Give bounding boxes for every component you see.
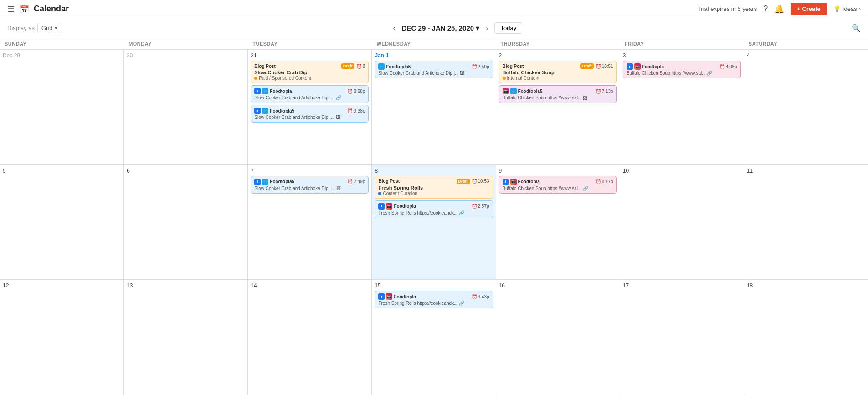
- day-number: 10: [623, 168, 741, 174]
- event-card[interactable]: f📷Foodtopla⏰ 4:05pBuffalo Chicken Soup h…: [623, 61, 741, 78]
- day-cell[interactable]: 5: [0, 165, 124, 280]
- toolbar-right: 🔍: [852, 24, 861, 32]
- date-range[interactable]: DEC 29 - JAN 25, 2020 ▾: [402, 24, 479, 32]
- event-source-label: Foodtopla: [642, 64, 664, 69]
- event-body: Slow Cooker Crab and Artichoke Dip |... …: [254, 95, 365, 100]
- day-cell[interactable]: 4: [744, 50, 868, 164]
- event-body: Fresh Spring Rolls https://cookieandk...…: [378, 301, 489, 306]
- clock-icon: ⏰: [596, 89, 601, 94]
- calendar: SUNDAY MONDAY TUESDAY WEDNESDAY THURSDAY…: [0, 38, 868, 395]
- day-cell[interactable]: 9f📷Foodtopla⏰ 8:17pBuffalo Chicken Soup …: [496, 165, 620, 280]
- day-cell[interactable]: Dec 29: [0, 50, 124, 164]
- subtitle-dot: [378, 192, 381, 195]
- day-cell[interactable]: Jan 1🐦Foodtopla5⏰ 2:50pSlow Cooker Crab …: [372, 50, 496, 164]
- next-button[interactable]: ›: [484, 22, 490, 34]
- day-cell[interactable]: 18: [744, 280, 868, 395]
- event-time: ⏰ 2:49p: [347, 179, 365, 184]
- day-number: 2: [499, 52, 617, 59]
- day-number: Dec 29: [3, 52, 121, 59]
- day-cell[interactable]: 12: [0, 280, 124, 395]
- event-time: ⏰ 9:38p: [347, 108, 365, 113]
- grid-select[interactable]: Grid ▾: [37, 23, 62, 33]
- ig-platform-icon: 📷: [510, 179, 517, 185]
- notification-icon[interactable]: 🔔: [774, 4, 784, 14]
- tw-platform-icon: 🐦: [378, 63, 385, 70]
- tw-platform-icon: 🐦: [262, 108, 268, 114]
- event-card[interactable]: Blog PostDraft⏰ 10:51Buffalo Chicken Sou…: [499, 61, 617, 83]
- create-button[interactable]: + Create: [791, 3, 827, 15]
- event-time: ⏰ 2:50p: [472, 64, 489, 69]
- event-card[interactable]: f📷Foodtopla⏰ 2:57pFresh Spring Rolls htt…: [375, 200, 493, 218]
- event-body: Slow Cooker Crab and Artichoke Dip |... …: [378, 71, 489, 76]
- day-number: 12: [3, 282, 121, 289]
- day-cell[interactable]: 13: [124, 280, 248, 395]
- event-subtitle: Internal Content: [503, 76, 613, 81]
- ig-platform-icon: 📷: [386, 203, 392, 210]
- event-source-label: Foodtopla: [270, 89, 292, 94]
- day-cell[interactable]: 7f🐦Foodtopla5⏰ 2:49pSlow Cooker Crab and…: [248, 165, 372, 280]
- search-icon[interactable]: 🔍: [852, 24, 861, 32]
- event-card[interactable]: 🐦Foodtopla5⏰ 2:50pSlow Cooker Crab and A…: [375, 61, 493, 78]
- ig-platform-icon: 📷: [503, 88, 509, 94]
- day-number: 8: [375, 168, 493, 174]
- grid-label: Grid: [41, 25, 53, 31]
- clock-icon: ⏰: [347, 179, 353, 184]
- clock-icon: ⏰: [347, 108, 353, 113]
- day-number: 9: [499, 168, 617, 174]
- event-card[interactable]: Blog PostDraft⏰ 8Slow-Cooker Crab Dip Pa…: [251, 61, 369, 83]
- day-cell[interactable]: 31Blog PostDraft⏰ 8Slow-Cooker Crab Dip …: [248, 50, 372, 164]
- day-cell[interactable]: 17: [620, 280, 744, 395]
- event-card[interactable]: f🐦Foodtopla⏰ 8:58pSlow Cooker Crab and A…: [251, 85, 369, 103]
- date-range-chevron-icon: ▾: [476, 24, 479, 32]
- week-row: 12131415f📷Foodtopla⏰ 3:43pFresh Spring R…: [0, 280, 868, 395]
- event-card[interactable]: f🐦Foodtopla5⏰ 9:38pSlow Cooker Crab and …: [251, 105, 369, 123]
- event-card[interactable]: f📷Foodtopla⏰ 3:43pFresh Spring Rolls htt…: [375, 291, 493, 308]
- day-cell[interactable]: 11: [744, 165, 868, 280]
- tw-platform-icon: 🐦: [510, 88, 517, 94]
- day-cell[interactable]: 30: [124, 50, 248, 164]
- event-time: ⏰ 2:57p: [472, 204, 489, 209]
- event-time: ⏰ 7:13p: [596, 89, 613, 94]
- day-cell[interactable]: 14: [248, 280, 372, 395]
- prev-button[interactable]: ‹: [391, 22, 397, 34]
- event-body: Buffalo Chicken Soup https://www.sal... …: [503, 186, 613, 191]
- day-number: 14: [251, 282, 369, 289]
- day-number: Jan 1: [375, 52, 493, 59]
- day-number: 5: [3, 168, 121, 174]
- event-time: ⏰ 8:58p: [347, 89, 365, 94]
- day-cell[interactable]: 16: [496, 280, 620, 395]
- event-time: ⏰ 8: [356, 64, 365, 69]
- day-cell[interactable]: 2Blog PostDraft⏰ 10:51Buffalo Chicken So…: [496, 50, 620, 164]
- event-card[interactable]: f🐦Foodtopla5⏰ 2:49pSlow Cooker Crab and …: [251, 176, 369, 194]
- ideas-button[interactable]: 💡 Ideas ›: [833, 5, 861, 12]
- day-cell[interactable]: 6: [124, 165, 248, 280]
- day-cell[interactable]: 15f📷Foodtopla⏰ 3:43pFresh Spring Rolls h…: [372, 280, 496, 395]
- clock-icon: ⏰: [719, 64, 725, 69]
- day-cell[interactable]: 3f📷Foodtopla⏰ 4:05pBuffalo Chicken Soup …: [620, 50, 744, 164]
- event-card[interactable]: Blog PostDraft⏰ 10:53Fresh Spring Rolls …: [375, 176, 493, 199]
- day-number: 4: [747, 52, 865, 59]
- day-cell[interactable]: 8Blog PostDraft⏰ 10:53Fresh Spring Rolls…: [372, 165, 496, 280]
- help-icon[interactable]: ?: [763, 4, 768, 14]
- toolbar: Display as Grid ▾ ‹ DEC 29 - JAN 25, 202…: [0, 18, 868, 38]
- event-body: Slow Cooker Crab and Artichoke Dip -... …: [254, 186, 365, 191]
- event-time: ⏰ 10:51: [596, 64, 613, 69]
- event-time: ⏰ 10:53: [472, 179, 489, 184]
- menu-icon[interactable]: ☰: [7, 4, 15, 14]
- event-source-label: Foodtopla5: [518, 89, 543, 94]
- day-cell[interactable]: 10: [620, 165, 744, 280]
- trial-text: Trial expires in 5 years: [698, 5, 757, 12]
- ideas-label: Ideas: [842, 5, 857, 12]
- today-button[interactable]: Today: [494, 22, 522, 34]
- header-friday: FRIDAY: [620, 38, 744, 49]
- fb-platform-icon: f: [254, 179, 261, 185]
- day-number: 15: [375, 282, 493, 289]
- header-saturday: SATURDAY: [744, 38, 868, 49]
- event-card[interactable]: f📷Foodtopla⏰ 8:17pBuffalo Chicken Soup h…: [499, 176, 617, 194]
- top-bar-left: ☰ 📅 Calendar: [7, 4, 69, 14]
- day-number: 30: [127, 52, 245, 59]
- event-card[interactable]: 📷🐦Foodtopla5⏰ 7:13pBuffalo Chicken Soup …: [499, 85, 617, 103]
- grid-chevron-icon: ▾: [55, 25, 58, 31]
- day-number: 3: [623, 52, 741, 59]
- fb-platform-icon: f: [378, 293, 385, 300]
